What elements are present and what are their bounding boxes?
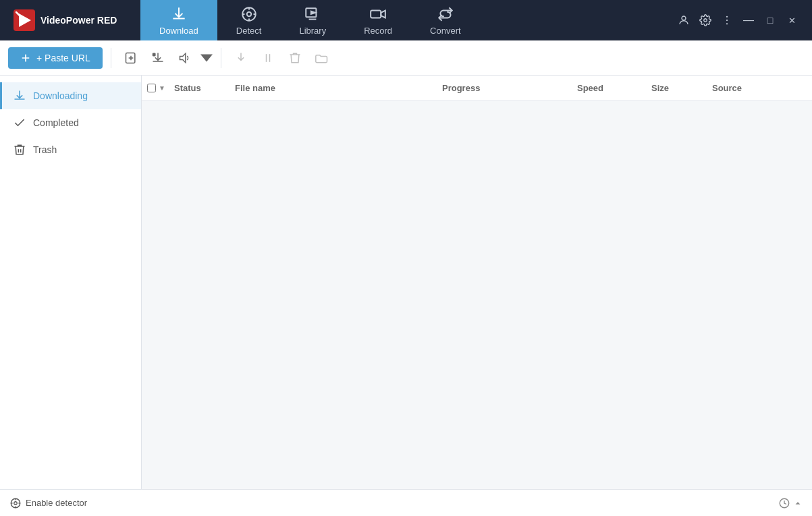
- svg-rect-12: [371, 10, 381, 18]
- select-dropdown-arrow[interactable]: ▼: [159, 84, 165, 92]
- resume-button[interactable]: [229, 47, 252, 69]
- tab-record[interactable]: Record: [345, 0, 411, 40]
- add-file-icon: [124, 51, 138, 65]
- window-controls: — □ ✕: [674, 11, 807, 30]
- app-name: VideoPower RED: [40, 15, 117, 26]
- nav-tabs: Download Detect Library: [140, 0, 674, 40]
- sidebar-trash-label: Trash: [33, 144, 57, 155]
- col-source: Source: [712, 83, 807, 93]
- statusbar: Enable detector: [0, 489, 812, 516]
- close-button[interactable]: ✕: [782, 11, 801, 30]
- sidebar-item-trash[interactable]: Trash: [0, 136, 141, 163]
- svg-point-26: [14, 501, 18, 505]
- table-select-all[interactable]: ▼: [147, 84, 174, 92]
- tab-library-label: Library: [299, 26, 326, 36]
- app-logo-icon: [13, 9, 35, 31]
- col-speed: Speed: [577, 83, 651, 93]
- sidebar-completed-label: Completed: [33, 117, 79, 128]
- tab-library[interactable]: Library: [280, 0, 345, 40]
- history-icon: [778, 497, 790, 509]
- titlebar: VideoPower RED Download Detect: [0, 0, 812, 40]
- content-area: Downloading Completed Trash ▼: [0, 76, 812, 489]
- svg-marker-10: [311, 11, 316, 13]
- minimize-button[interactable]: —: [739, 11, 758, 30]
- svg-point-17: [726, 23, 728, 24]
- add-from-file-button[interactable]: [119, 47, 142, 69]
- select-all-checkbox[interactable]: [147, 84, 156, 92]
- col-status: Status: [174, 83, 235, 93]
- download-selected-icon: [151, 51, 165, 65]
- library-tab-icon: [304, 5, 321, 23]
- folder-icon: [315, 51, 329, 65]
- tab-download-label: Download: [159, 26, 198, 36]
- pause-button[interactable]: [256, 47, 279, 69]
- plus-icon: [20, 53, 31, 63]
- table-header: ▼ Status File name Progress Speed Size S…: [142, 76, 812, 101]
- record-tab-icon: [369, 5, 387, 23]
- audio-button[interactable]: [173, 47, 196, 69]
- convert-tab-icon: [437, 5, 454, 23]
- toolbar: + Paste URL: [0, 40, 812, 76]
- delete-icon: [288, 51, 302, 65]
- sidebar: Downloading Completed Trash: [0, 76, 142, 489]
- completed-icon: [13, 116, 26, 130]
- col-size: Size: [651, 83, 712, 93]
- resume-icon: [234, 51, 248, 65]
- paste-url-label: + Paste URL: [36, 53, 90, 63]
- tab-convert[interactable]: Convert: [411, 0, 480, 40]
- svg-point-14: [704, 19, 707, 22]
- toolbar-divider-1: [111, 48, 111, 68]
- main-content: ▼ Status File name Progress Speed Size S…: [142, 76, 812, 489]
- col-filename: File name: [235, 83, 442, 93]
- trash-icon: [13, 143, 26, 156]
- tab-convert-label: Convert: [430, 26, 461, 36]
- svg-rect-19: [153, 53, 155, 55]
- expand-icon: [793, 498, 803, 508]
- delete-button[interactable]: [283, 47, 306, 69]
- tab-detect-label: Detect: [236, 26, 262, 36]
- more-options-button[interactable]: [718, 11, 736, 30]
- toolbar-divider-2: [221, 48, 221, 68]
- col-progress: Progress: [442, 83, 577, 93]
- svg-marker-20: [180, 53, 185, 62]
- statusbar-history-button[interactable]: [778, 497, 803, 509]
- app-logo: VideoPower RED: [5, 9, 140, 31]
- user-icon-button[interactable]: [674, 11, 693, 30]
- svg-point-4: [246, 11, 251, 16]
- download-selected-button[interactable]: [146, 47, 169, 69]
- paste-url-button[interactable]: + Paste URL: [8, 47, 103, 69]
- detector-icon: [9, 497, 22, 509]
- dropdown-arrow-icon: [200, 51, 213, 65]
- download-tab-icon: [170, 5, 188, 23]
- open-folder-button[interactable]: [310, 47, 333, 69]
- detect-tab-icon: [240, 5, 258, 23]
- sidebar-item-completed[interactable]: Completed: [0, 109, 141, 136]
- audio-dropdown-button[interactable]: [200, 47, 213, 69]
- enable-detector-button[interactable]: Enable detector: [9, 497, 87, 509]
- sidebar-item-downloading[interactable]: Downloading: [0, 82, 141, 109]
- pause-icon: [261, 51, 275, 65]
- tab-detect[interactable]: Detect: [217, 0, 281, 40]
- settings-icon-button[interactable]: [696, 11, 715, 30]
- svg-point-16: [726, 20, 728, 21]
- sidebar-downloading-label: Downloading: [33, 90, 88, 101]
- tab-download[interactable]: Download: [140, 0, 217, 40]
- tab-record-label: Record: [364, 26, 392, 36]
- maximize-button[interactable]: □: [761, 11, 780, 30]
- audio-icon: [178, 51, 192, 65]
- downloading-icon: [13, 89, 26, 103]
- table-body: [142, 101, 812, 489]
- svg-point-15: [726, 16, 728, 18]
- enable-detector-label: Enable detector: [26, 498, 87, 508]
- svg-point-13: [682, 16, 686, 20]
